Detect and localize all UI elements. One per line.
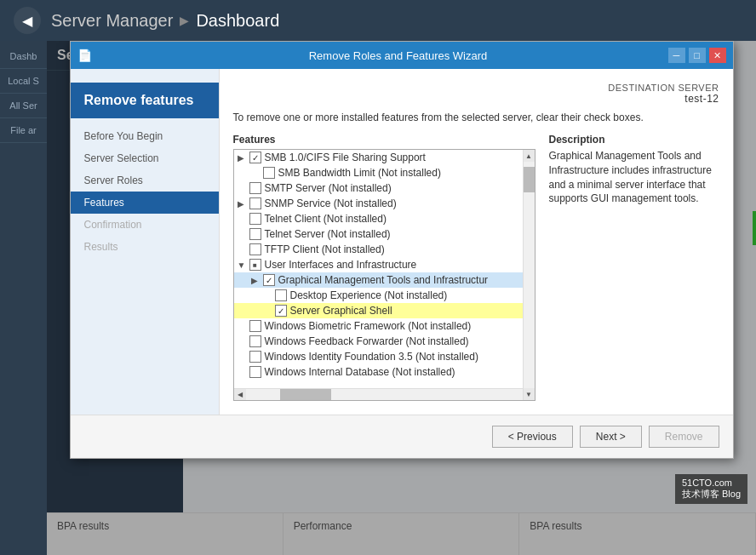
feature-smtp[interactable]: SMTP Server (Not installed) <box>234 180 535 196</box>
back-icon: ◀ <box>22 13 32 29</box>
vertical-scrollbar[interactable]: ▲ ▼ <box>523 150 535 400</box>
breadcrumb-parent: Server Manager <box>51 11 173 31</box>
minimize-button[interactable]: ─ <box>668 48 685 63</box>
checkbox-telnet-client[interactable] <box>249 213 261 225</box>
checkbox-smb-bw[interactable] <box>263 167 275 179</box>
feature-telnet-client[interactable]: Telnet Client (Not installed) <box>234 211 535 226</box>
feature-label: TFTP Client (Not installed) <box>265 243 385 255</box>
sidebar-item-file[interactable]: File ar <box>0 118 47 143</box>
wizard-controls: ─ □ ✕ <box>668 48 726 63</box>
scroll-h-thumb[interactable] <box>280 389 331 400</box>
checkbox-desktop-exp[interactable] <box>275 289 287 301</box>
checkbox-win-feedback[interactable] <box>249 335 261 347</box>
expand-icon: ▶ <box>238 153 249 163</box>
features-list[interactable]: ▶ SMB 1.0/CIFS File Sharing Support <box>234 150 535 388</box>
feature-label: User Interfaces and Infrastructure <box>265 259 417 271</box>
expand-icon: ▼ <box>238 260 249 270</box>
nav-item-results: Results <box>71 236 219 258</box>
features-list-container[interactable]: ▶ SMB 1.0/CIFS File Sharing Support <box>233 149 536 401</box>
feature-label: SMB 1.0/CIFS File Sharing Support <box>265 152 426 163</box>
checkbox-snmp[interactable] <box>249 197 261 209</box>
scroll-track[interactable] <box>246 389 523 400</box>
description-text: Graphical Management Tools and Infrastru… <box>549 149 719 206</box>
wizard-main: DESTINATION SERVER test-12 To remove one… <box>220 69 733 415</box>
wizard-overlay: 📄 Remove Roles and Features Wizard ─ □ ✕… <box>47 41 756 555</box>
wizard-description: To remove one or more installed features… <box>233 112 719 123</box>
features-label: Features <box>233 134 536 146</box>
checkbox-user-interfaces[interactable] <box>249 259 261 271</box>
wizard-nav: Remove features Before You Begin Server … <box>71 69 220 415</box>
nav-item-server-roles[interactable]: Server Roles <box>71 169 219 192</box>
watermark: 51CTO.com技术博客 Blog <box>675 474 747 504</box>
wizard-footer: < Previous Next > Remove <box>71 415 733 458</box>
scroll-left-button[interactable]: ◀ <box>234 389 246 401</box>
feature-label: Windows Identity Foundation 3.5 (Not ins… <box>265 351 478 363</box>
sidebar-item-dashboard[interactable]: Dashb <box>0 44 47 69</box>
scroll-thumb[interactable] <box>524 167 535 192</box>
back-button[interactable]: ◀ <box>14 7 41 34</box>
checkbox-server-graphical-shell[interactable] <box>275 305 287 317</box>
close-button[interactable]: ✕ <box>709 48 726 63</box>
content-area: Server Manager BPA results Performance B… <box>47 41 756 555</box>
feature-desktop-exp[interactable]: Desktop Experience (Not installed) <box>234 288 535 303</box>
feature-label: Windows Internal Database (Not installed… <box>265 366 455 378</box>
feature-label: SNMP Service (Not installed) <box>265 197 397 209</box>
feature-telnet-server[interactable]: Telnet Server (Not installed) <box>234 226 535 242</box>
feature-label: Graphical Management Tools and Infrastru… <box>278 274 489 286</box>
checkbox-win-internal-db[interactable] <box>249 366 261 378</box>
expand-icon: ▶ <box>238 199 249 209</box>
feature-smb10[interactable]: ▶ SMB 1.0/CIFS File Sharing Support <box>234 150 535 165</box>
feature-win-biometric[interactable]: Windows Biometric Framework (Not install… <box>234 318 535 334</box>
app-titlebar: ◀ Server Manager ▶ Dashboard <box>0 0 756 41</box>
features-panel: Features ▶ SMB 1.0/CIFS File Sharing Sup… <box>233 134 536 401</box>
wizard-titlebar: 📄 Remove Roles and Features Wizard ─ □ ✕ <box>71 42 733 69</box>
scroll-up-button[interactable]: ▲ <box>524 150 535 162</box>
feature-win-feedback[interactable]: Windows Feedback Forwarder (Not installe… <box>234 334 535 349</box>
sidebar-item-local[interactable]: Local S <box>0 69 47 94</box>
nav-item-confirmation: Confirmation <box>71 214 219 236</box>
scroll-down-button[interactable]: ▼ <box>524 388 535 400</box>
feature-win-internal-db[interactable]: Windows Internal Database (Not installed… <box>234 364 535 380</box>
feature-label: Server Graphical Shell <box>290 305 392 317</box>
horizontal-scrollbar[interactable]: ◀ ▶ <box>234 388 535 400</box>
wizard-columns: Features ▶ SMB 1.0/CIFS File Sharing Sup… <box>233 134 719 401</box>
feature-snmp[interactable]: ▶ SNMP Service (Not installed) <box>234 196 535 211</box>
checkbox-smb10[interactable] <box>249 152 261 163</box>
feature-smb-bw[interactable]: SMB Bandwidth Limit (Not installed) <box>234 165 535 180</box>
feature-label: Windows Feedback Forwarder (Not installe… <box>265 335 469 347</box>
wizard-nav-header: Remove features <box>71 83 219 118</box>
checkbox-graphical-mgmt[interactable] <box>263 274 275 286</box>
checkbox-win-identity[interactable] <box>249 351 261 363</box>
wizard-title: Remove Roles and Features Wizard <box>129 49 668 62</box>
maximize-button[interactable]: □ <box>689 48 706 63</box>
feature-server-graphical-shell[interactable]: Server Graphical Shell <box>234 303 535 318</box>
destination-server: test-12 <box>233 93 719 105</box>
feature-label: SMB Bandwidth Limit (Not installed) <box>278 167 441 179</box>
previous-button[interactable]: < Previous <box>492 426 573 448</box>
feature-tftp[interactable]: TFTP Client (Not installed) <box>234 242 535 257</box>
nav-item-features[interactable]: Features <box>71 192 219 214</box>
breadcrumb: Server Manager ▶ Dashboard <box>51 11 279 31</box>
checkbox-smtp[interactable] <box>249 182 261 194</box>
main-area: Dashb Local S All Ser File ar Server Man… <box>0 41 756 555</box>
feature-label: Desktop Experience (Not installed) <box>290 289 448 301</box>
destination-label: DESTINATION SERVER test-12 <box>233 83 719 105</box>
sidebar-item-all[interactable]: All Ser <box>0 94 47 118</box>
feature-label: Telnet Server (Not installed) <box>265 228 391 240</box>
feature-graphical-mgmt[interactable]: ▶ Graphical Management Tools and Infrast… <box>234 272 535 288</box>
feature-win-identity[interactable]: Windows Identity Foundation 3.5 (Not ins… <box>234 349 535 364</box>
checkbox-tftp[interactable] <box>249 243 261 255</box>
next-button[interactable]: Next > <box>580 426 642 448</box>
feature-label: Telnet Client (Not installed) <box>265 213 387 225</box>
sidebar: Dashb Local S All Ser File ar <box>0 41 47 555</box>
feature-label: Windows Biometric Framework (Not install… <box>265 320 472 332</box>
checkbox-win-biometric[interactable] <box>249 320 261 332</box>
remove-button[interactable]: Remove <box>649 426 719 448</box>
wizard-body: Remove features Before You Begin Server … <box>71 69 733 415</box>
checkbox-telnet-server[interactable] <box>249 228 261 240</box>
feature-user-interfaces[interactable]: ▼ User Interfaces and Infrastructure <box>234 257 535 272</box>
breadcrumb-current: Dashboard <box>196 11 279 31</box>
nav-item-before[interactable]: Before You Begin <box>71 125 219 147</box>
breadcrumb-sep: ▶ <box>180 14 189 27</box>
nav-item-server-selection[interactable]: Server Selection <box>71 147 219 169</box>
